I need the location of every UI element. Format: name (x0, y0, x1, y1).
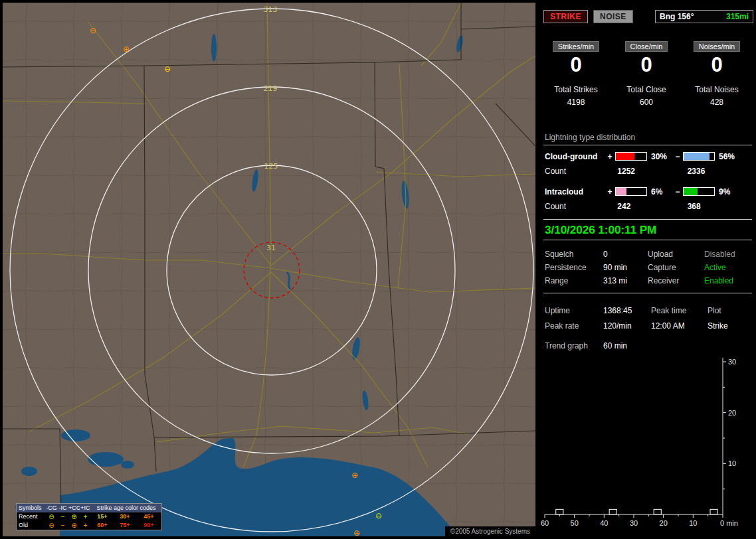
svg-text:20: 20 (660, 519, 668, 527)
minus-sign: − (674, 187, 682, 196)
range-value: 313 mi (603, 276, 648, 289)
ic-minus-bar-fill (684, 188, 698, 195)
close-per-min-value: 0 (611, 54, 682, 76)
ring-label-125: 125 (264, 162, 278, 171)
legend-age-1-0: 60+ (91, 521, 114, 530)
neg-ic-icon: − (57, 512, 68, 521)
strike-legend: Symbols -CG -IC +CG +IC Strike age color… (16, 503, 162, 530)
peak-time-value: 12:00 AM (651, 321, 708, 337)
legend-col-pos-cg: +CG (68, 504, 80, 512)
uptime-row: Uptime 1368:45 Peak time Plot (545, 306, 752, 321)
strike-symbol: ⊕ (351, 471, 358, 480)
settings-row: Persistence 90 min Capture Active (545, 263, 752, 276)
setting-0-value2: Disabled (704, 250, 752, 263)
legend-col-neg-ic: -IC (57, 504, 68, 512)
neg-cg-icon: ⊖ (46, 521, 57, 530)
separator (543, 240, 752, 240)
mode-button-row: STRIKE NOISE Bng 156° 315mi (543, 10, 753, 23)
total-noises-value: 428 (682, 98, 752, 107)
ic-plus-bar (615, 187, 647, 196)
cg-plus-bar (615, 152, 647, 161)
svg-text:30: 30 (728, 358, 736, 366)
plot-label: Plot (708, 306, 752, 321)
ic-plus-percent: 6% (648, 187, 674, 196)
lightning-type-distribution: Lightning type distribution Cloud-ground… (543, 133, 752, 222)
strike-symbol: ⊕ (353, 528, 360, 536)
strike-mode-button[interactable]: STRIKE (543, 10, 588, 23)
trend-graph-window: 60 min (603, 341, 627, 350)
upload-label: Upload (648, 250, 704, 263)
svg-text:60: 60 (541, 519, 549, 527)
cg-minus-bar (683, 152, 715, 161)
svg-text:50: 50 (571, 519, 579, 527)
peak-time-label: Peak time (651, 306, 708, 321)
noises-rate-column: Noises/min 0 Total Noises 428 (682, 41, 752, 107)
ic-minus-percent: 9% (716, 187, 741, 196)
strike-symbol: ⊖ (90, 26, 96, 35)
strike-symbol: ⊖ (375, 511, 382, 520)
map-area[interactable]: ⊖⊕⊖⊕⊖⊕ 313 219 125 31 Symbols -CG -IC +C… (3, 3, 535, 536)
bearing-readout: Bng 156° 315mi (655, 10, 753, 23)
intracloud-row: Intracloud + 6% − 9% (543, 187, 752, 196)
total-close-value: 600 (611, 98, 682, 107)
neg-cg-icon: ⊖ (46, 512, 57, 521)
svg-text:30: 30 (630, 519, 638, 527)
cg-plus-percent: 30% (648, 152, 674, 161)
cg-minus-count: 2336 (682, 167, 752, 177)
legend-age-header: Strike age color codes (91, 504, 161, 512)
pos-cg-icon: ⊕ (68, 512, 80, 521)
settings-grid: Squelch 0 Upload Disabled Persistence 90… (545, 250, 752, 289)
cg-plus-count: 1252 (612, 167, 682, 177)
strikes-rate-column: Strikes/min 0 Total Strikes 4198 (541, 41, 611, 107)
peak-rate-row: Peak rate 120/min 12:00 AM Strike (545, 321, 752, 337)
pos-ic-icon: + (80, 512, 91, 521)
cg-minus-bar-fill (684, 153, 709, 160)
svg-text:10: 10 (728, 459, 736, 467)
noise-mode-button[interactable]: NOISE (593, 10, 633, 23)
uptime-stats: Uptime 1368:45 Peak time Plot Peak rate … (545, 306, 752, 337)
ring-label-31: 31 (266, 244, 276, 252)
app-window: ⊖⊕⊖⊕⊖⊕ 313 219 125 31 Symbols -CG -IC +C… (0, 0, 756, 539)
peak-rate-label: Peak rate (545, 321, 603, 337)
intracloud-count-row: Count 242 368 (543, 202, 752, 212)
legend-age-0-0: 15+ (91, 512, 114, 521)
total-close-label: Total Close (611, 85, 682, 94)
legend-age-1-1: 75+ (114, 521, 136, 530)
legend-col-pos-ic: +IC (80, 504, 91, 512)
ic-minus-bar (683, 187, 715, 196)
strike-symbol: ⊕ (123, 44, 130, 54)
rate-columns: Strikes/min 0 Total Strikes 4198 Close/m… (541, 41, 752, 107)
peak-rate-value: 120/min (603, 321, 651, 337)
cloud-ground-count-row: Count 1252 2336 (543, 167, 752, 177)
uptime-label: Uptime (545, 306, 603, 321)
cg-plus-bar-fill (616, 153, 634, 160)
cloud-ground-row: Cloud-ground + 30% − 56% (543, 151, 752, 161)
close-per-min-button[interactable]: Close/min (625, 41, 668, 52)
count-label: Count (545, 167, 612, 177)
receiver-label: Receiver (648, 276, 704, 289)
ic-plus-bar-fill (616, 188, 626, 195)
svg-text:40: 40 (600, 519, 608, 527)
capture-label: Capture (648, 263, 704, 276)
datetime-display: 3/10/2026 1:00:11 PM (545, 224, 656, 237)
trend-graph: 1020306050403020100 min (539, 355, 753, 539)
squelch-label: Squelch (545, 250, 603, 263)
cloud-ground-label: Cloud-ground (545, 152, 606, 161)
noises-per-min-button[interactable]: Noises/min (694, 41, 740, 52)
copyright-notice: ©2005 Astrogenic Systems (445, 526, 535, 536)
lightning-map[interactable]: ⊖⊕⊖⊕⊖⊕ 313 219 125 31 (3, 3, 535, 536)
ic-minus-count: 368 (682, 202, 752, 212)
legend-col-neg-cg: -CG (46, 504, 57, 512)
ic-plus-count: 242 (612, 202, 682, 212)
close-rate-column: Close/min 0 Total Close 600 (611, 41, 682, 107)
total-strikes-label: Total Strikes (541, 85, 611, 94)
intracloud-label: Intracloud (545, 187, 606, 196)
distribution-title: Lightning type distribution (543, 133, 752, 145)
strikes-per-min-button[interactable]: Strikes/min (553, 41, 599, 52)
separator (543, 219, 752, 220)
squelch-value: 0 (603, 250, 648, 263)
total-strikes-value: 4198 (541, 98, 611, 107)
separator (543, 293, 752, 293)
legend-symbols-header: Symbols (17, 504, 46, 512)
svg-text:0 min: 0 min (720, 519, 738, 527)
